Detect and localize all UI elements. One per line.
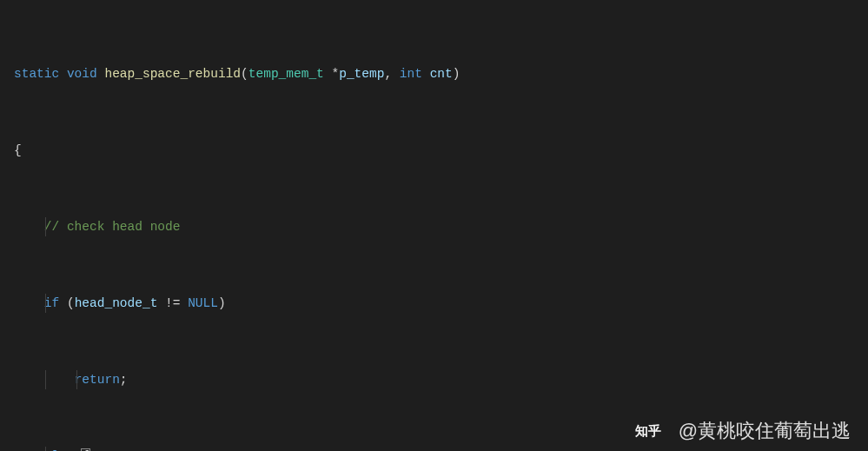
const-null: NULL	[188, 296, 218, 310]
keyword-int: int	[400, 67, 422, 81]
comment: // check head node	[44, 220, 181, 234]
keyword-void: void	[67, 67, 97, 81]
brace-open: {	[14, 143, 22, 157]
fn-name: heap_space_rebuild	[104, 67, 241, 81]
type-temp-mem: temp_mem_t	[248, 67, 324, 81]
op-neq: !=	[165, 296, 180, 310]
code-editor[interactable]: static void heap_space_rebuild(temp_mem_…	[0, 0, 868, 451]
var-head-node: head_node_t	[75, 296, 158, 310]
code-line: static void heap_space_rebuild(temp_mem_…	[0, 64, 868, 83]
code-line: if (head_node_t != NULL)	[0, 294, 868, 313]
keyword-return: return	[75, 373, 120, 387]
var-cnt: cnt	[430, 67, 453, 81]
var-p-temp: p_temp	[339, 67, 384, 81]
keyword-if: if	[44, 296, 59, 310]
code-line: {	[0, 141, 868, 160]
code-line: else {	[0, 447, 868, 451]
code-line: // check head node	[0, 217, 868, 236]
keyword-static: static	[14, 67, 59, 81]
code-line: return;	[0, 370, 868, 389]
